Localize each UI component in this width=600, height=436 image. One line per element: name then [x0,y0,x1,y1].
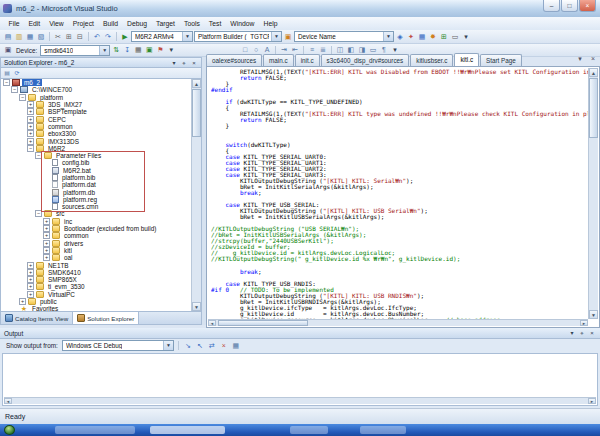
scroll-up-icon[interactable]: ▲ [192,79,201,88]
expander-icon[interactable]: − [11,86,18,93]
tree-item[interactable]: −M6R2 [1,145,201,152]
scrollbar-thumb[interactable] [218,320,308,326]
tree-item[interactable]: −src [1,210,201,217]
tree-item[interactable]: +NE1TB [1,261,201,268]
editor-tab[interactable]: s3c6400_disp_drv#sources [321,54,410,66]
close-icon[interactable]: × [190,59,198,67]
editor-vertical-scrollbar[interactable]: ▲ ▼ [588,68,598,319]
menu-test[interactable]: Test [204,20,225,27]
auto-hide-pin-icon[interactable]: ⌖ [578,329,586,337]
menu-window[interactable]: Window [226,20,259,27]
paste-icon[interactable]: ⊟ [75,32,85,42]
tree-item[interactable]: sources.cmn [1,203,201,210]
scrollbar-thumb[interactable] [192,89,201,137]
expander-icon[interactable]: + [43,225,50,232]
tree-item[interactable]: +oal [1,254,201,261]
next-message-icon[interactable]: ⇄ [207,341,217,351]
expander-icon[interactable]: + [43,254,50,261]
device-security-icon[interactable]: ⚑ [155,45,165,55]
expander-icon[interactable]: + [27,291,34,298]
chevron-down-icon[interactable]: ▼ [182,32,192,41]
expander-icon[interactable]: + [27,116,34,123]
menu-project[interactable]: Project [68,20,98,27]
expander-icon[interactable]: − [3,79,10,86]
expander-icon[interactable]: + [19,298,26,305]
editor-tab[interactable]: main.c [263,54,294,66]
output-source-combo[interactable]: Windows CE Debug▼ [62,340,174,351]
redo-icon[interactable]: ↷ [103,32,113,42]
toolbar-overflow-icon[interactable]: ▾ [461,32,471,42]
save-icon[interactable]: ▦ [25,32,35,42]
expander-icon[interactable]: + [27,262,34,269]
tree-item[interactable]: +common [1,232,201,239]
expander-icon[interactable]: − [35,152,42,159]
tree-item[interactable]: platform.db [1,188,201,195]
copy-icon[interactable]: ⊞ [64,32,74,42]
build-solution-icon[interactable]: ▦ [417,32,427,42]
expander-icon[interactable]: − [35,210,42,217]
device-combo[interactable]: smdk6410▼ [40,45,110,56]
attach-device-icon[interactable]: ▣ [144,45,154,55]
expander-icon[interactable]: + [27,130,34,137]
tree-item[interactable]: +VirtualPC [1,291,201,298]
expander-icon[interactable]: + [43,240,50,247]
menu-debug[interactable]: Debug [123,20,152,27]
tree-item[interactable]: +3DS_iMX27 [1,101,201,108]
expander-icon[interactable]: + [43,218,50,225]
expander-icon[interactable]: + [43,232,50,239]
scroll-left-icon[interactable]: ◄ [208,320,216,326]
auto-hide-pin-icon[interactable]: ⌖ [180,59,188,67]
taskbar-button[interactable] [55,426,135,434]
taskbar-button[interactable] [150,426,225,434]
output-header[interactable]: Output ▾⌖× [0,328,600,339]
menu-target[interactable]: Target [152,20,180,27]
tree-item[interactable]: ★Favorites [1,305,201,312]
window-position-icon[interactable]: ▾ [170,59,178,67]
expander-icon[interactable]: + [27,283,34,290]
word-wrap-icon[interactable]: ▦ [231,341,241,351]
scroll-up-icon[interactable]: ▲ [589,68,598,77]
menu-view[interactable]: View [45,20,69,27]
expander-icon[interactable]: + [27,123,34,130]
tree-item[interactable]: +Bootloader (excluded from build) [1,225,201,232]
taskbar-button[interactable] [360,426,406,434]
menu-edit[interactable]: Edit [24,20,45,27]
editor-tab[interactable]: kitl.c [454,53,479,66]
tree-item[interactable]: +ebox3300 [1,130,201,137]
expander-icon[interactable]: − [27,145,34,152]
find-message-icon[interactable]: ↘ [183,341,193,351]
device-options-icon[interactable]: ▦ [133,45,143,55]
tree-item[interactable]: platform.reg [1,196,201,203]
chevron-down-icon[interactable]: ▼ [99,46,109,55]
menu-help[interactable]: Help [259,20,282,27]
scroll-left-icon[interactable]: ◄ [4,398,12,404]
tree-item[interactable]: +common [1,123,201,130]
menu-tools[interactable]: Tools [179,20,204,27]
tree-item[interactable]: +SMDK6410 [1,269,201,276]
editor-tab[interactable]: init.c [295,54,320,66]
title-bar[interactable]: m6_2 - Microsoft Visual Studio –□× [0,0,600,18]
explorer-tab-catalog-items-view[interactable]: Catalog Items View [1,312,73,324]
expander-icon[interactable]: − [19,94,26,101]
save-all-icon[interactable]: ▧ [36,32,46,42]
platform-builder-combo[interactable]: Platform Builder (_TGTCPL▼ [194,31,282,42]
tree-item[interactable]: −platform [1,94,201,101]
scroll-down-icon[interactable]: ▼ [192,302,201,311]
expander-icon[interactable]: + [27,108,34,115]
tree-item[interactable]: −C:\WINCE700 [1,86,201,93]
chevron-down-icon[interactable]: ▼ [163,341,173,350]
tree-item[interactable]: +SMP865X [1,276,201,283]
maximize-button[interactable]: □ [561,0,578,12]
download-image-icon[interactable]: ◈ [395,32,405,42]
tree-item[interactable]: +kitl [1,247,201,254]
document-list-icon[interactable]: ▾ [575,54,585,64]
scrollbar-thumb[interactable] [589,78,598,138]
tree-item[interactable]: +ti_evm_3530 [1,283,201,290]
sysgen-icon[interactable]: ✸ [428,32,438,42]
tree-item[interactable]: +drivers [1,240,201,247]
output-horizontal-scrollbar[interactable]: ◄ ► [4,397,596,404]
editor-tab[interactable]: oalexe#sources [206,54,262,66]
chevron-down-icon[interactable]: ▼ [271,32,281,41]
chevron-down-icon[interactable]: ▼ [383,32,393,41]
scroll-right-icon[interactable]: ► [588,398,596,404]
